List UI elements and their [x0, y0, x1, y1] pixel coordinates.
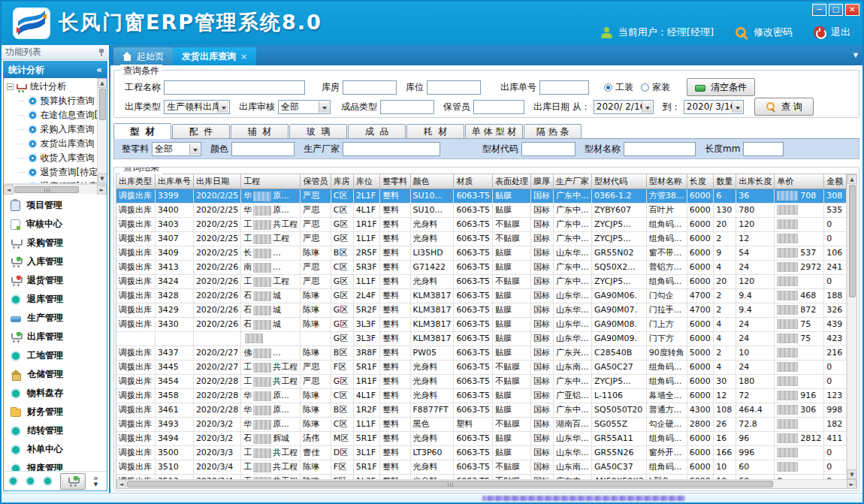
- location-input[interactable]: [427, 80, 481, 95]
- column-header[interactable]: 材质: [454, 174, 493, 189]
- tree-item[interactable]: ···在途信息查询[待: [7, 108, 97, 122]
- sidebar-item-物料盘存[interactable]: 物料盘存: [4, 384, 107, 403]
- table-row[interactable]: 调拨出库34072020/2/25工工程严思G区1L1F整料光身料6063-T5…: [116, 231, 847, 246]
- column-header[interactable]: 出库长度: [736, 174, 775, 189]
- sidebar-item-生产管理[interactable]: 生产管理: [4, 309, 107, 327]
- table-row[interactable]: 调拨出库35122020/3/4工共工程陈琳F区1L2F整料光身料6063-T5…: [116, 474, 847, 479]
- material-tab[interactable]: 玻 璃: [289, 124, 347, 138]
- logout-link[interactable]: 退出: [831, 26, 850, 39]
- table-row[interactable]: 调拨出库34092020/2/25长...陈琳B区2R5F整料LI35HD606…: [116, 246, 847, 260]
- sidebar-item-工地管理[interactable]: 工地管理: [4, 346, 107, 365]
- tree-vertical-scrollbar[interactable]: ▲ ▼: [97, 78, 107, 183]
- table-row[interactable]: 调拨出库34002020/2/25华原...严思C区4L1F整料SU10...6…: [116, 203, 847, 217]
- sidebar-item-入库管理[interactable]: 入库管理: [4, 252, 107, 271]
- project-name-input[interactable]: [164, 80, 305, 95]
- whole-select[interactable]: 全部: [152, 142, 201, 156]
- material-tab[interactable]: 成 品: [348, 124, 406, 138]
- scroll-thumb[interactable]: [99, 89, 106, 120]
- column-header[interactable]: 出库类型: [116, 174, 155, 189]
- scroll-right-icon[interactable]: ►: [97, 185, 107, 195]
- sidebar-item-出库管理[interactable]: 出库管理: [4, 327, 107, 346]
- sidebar-item-审核中心[interactable]: 审核中心: [4, 215, 107, 234]
- sidebar-item-补单中心[interactable]: 补单中心: [4, 440, 107, 459]
- cart-module-button[interactable]: [60, 473, 86, 490]
- stats-group-header[interactable]: 统计分析 «: [4, 62, 107, 78]
- column-header[interactable]: 保管员: [301, 174, 331, 189]
- material-tab[interactable]: 耗 材: [406, 124, 464, 138]
- warehouse-input[interactable]: [343, 80, 397, 95]
- column-header[interactable]: 颜色: [410, 174, 454, 189]
- column-header[interactable]: 型材代码: [592, 174, 647, 189]
- search-button[interactable]: 查 询: [754, 98, 814, 116]
- column-header[interactable]: 表面处理: [493, 174, 531, 189]
- scroll-thumb[interactable]: [14, 186, 79, 193]
- table-row[interactable]: 调拨出库34942020/3/2石辉城汤伟M区5R1F整料光身料6063-T5贴…: [116, 431, 847, 445]
- table-row[interactable]: 调拨出库34242020/2/26工工程严思G区1L1F整料光身料6063-T5…: [116, 274, 847, 288]
- table-row[interactable]: G区3L3F整料KLM38176063-T5贴膜国标山东华...GA90M09.…: [116, 331, 847, 346]
- table-row[interactable]: 调拨出库34582020/2/28华原...陈琳C区4L1F整料光身料6063-…: [116, 388, 847, 403]
- column-header[interactable]: 金额: [824, 174, 847, 189]
- table-row[interactable]: 调拨出库34032020/2/25工共工程严思G区1R1F整料光身料6063-T…: [116, 217, 847, 231]
- table-row[interactable]: 调拨出库34282020/2/26石城陈琳G区2L4F整料KLM38176063…: [116, 288, 847, 303]
- sidebar-item-退货管理[interactable]: 退货管理: [4, 271, 107, 290]
- tree-item[interactable]: ···发货出库查询: [7, 137, 97, 151]
- audit-select[interactable]: 全部: [278, 100, 331, 114]
- material-tab[interactable]: 单 体 型 材: [465, 124, 523, 138]
- collapse-icon[interactable]: «: [96, 65, 102, 75]
- scroll-left-icon[interactable]: ◄: [4, 185, 14, 195]
- tab-overflow-icon[interactable]: ▼: [853, 52, 858, 59]
- tab-close-icon[interactable]: ×: [240, 52, 247, 62]
- tree-item[interactable]: ···收货入库查询: [7, 151, 97, 165]
- tab-home[interactable]: 起始页: [113, 47, 173, 65]
- table-row[interactable]: 调拨出库34302020/2/26石城陈琳G区3L3F整料KLM38176063…: [116, 317, 847, 331]
- table-row[interactable]: 调拨出库34452020/2/27工共工程严思F区5R1F整料光身料6063-T…: [116, 360, 847, 374]
- sidebar-item-仓储管理[interactable]: 仓储管理: [4, 365, 107, 384]
- tree-horizontal-scrollbar[interactable]: ◄ ►: [4, 184, 107, 194]
- material-tab[interactable]: 型 材: [113, 123, 171, 139]
- table-row[interactable]: 调拨出库35002020/3/3工共工程曹佳D区3L1F整料LT3P606063…: [116, 445, 847, 460]
- module-dot-icon[interactable]: [8, 476, 18, 486]
- clear-conditions-button[interactable]: 清空条件: [687, 78, 755, 96]
- scroll-up-icon[interactable]: ▲: [847, 174, 857, 184]
- column-header[interactable]: 长度: [687, 174, 714, 189]
- date-from-select[interactable]: 2020/ 2/16: [594, 100, 654, 114]
- column-header[interactable]: 数量: [714, 174, 736, 189]
- column-header[interactable]: 出库单号: [155, 174, 193, 189]
- tree-item[interactable]: ···退库管理[待定]: [7, 180, 97, 183]
- table-row[interactable]: 调拨出库33992020/2/25华原...严思C区2L1F整料SU10...6…: [116, 189, 847, 203]
- column-header[interactable]: 膜厚: [531, 174, 554, 189]
- scroll-up-icon[interactable]: ▲: [98, 78, 107, 88]
- scroll-down-icon[interactable]: ▼: [98, 174, 107, 183]
- table-row[interactable]: 调拨出库34542020/2/28工共工程严思G区1R1F整料光身料6063-T…: [116, 374, 847, 388]
- close-button[interactable]: ✕: [845, 4, 859, 16]
- scroll-left-icon[interactable]: ◄: [116, 479, 126, 489]
- scroll-down-icon[interactable]: ▼: [847, 469, 857, 479]
- sidebar-item-财务管理[interactable]: 财务管理: [4, 403, 107, 421]
- date-to-select[interactable]: 2020/ 3/16: [684, 100, 744, 114]
- table-horizontal-scrollbar[interactable]: ◄ ►: [116, 479, 857, 489]
- column-header[interactable]: 工程: [241, 174, 301, 189]
- maker-input[interactable]: [343, 142, 440, 156]
- minimize-button[interactable]: ─: [812, 4, 826, 16]
- keeper-input[interactable]: [473, 100, 524, 114]
- column-header[interactable]: 出库日期: [193, 174, 240, 189]
- material-tab[interactable]: 辅 材: [231, 124, 289, 138]
- scroll-thumb[interactable]: [127, 481, 773, 487]
- sidebar-item-报废管理[interactable]: 报废管理: [4, 459, 107, 471]
- maximize-button[interactable]: □: [829, 4, 843, 16]
- sidebar-item-结转管理[interactable]: 结转管理: [4, 421, 107, 440]
- material-tab[interactable]: 配 件: [172, 124, 230, 138]
- change-password-link[interactable]: 修改密码: [754, 26, 793, 39]
- tree-root[interactable]: 统计分析: [7, 80, 97, 94]
- column-header[interactable]: 整零料: [380, 174, 410, 189]
- more-modules-button[interactable]: »▼: [93, 475, 98, 487]
- table-row[interactable]: 调拨出库34612020/2/28华原...陈琳B区1R2F整料F8877FT6…: [116, 403, 847, 417]
- sidebar-item-采购管理[interactable]: 采购管理: [4, 234, 107, 252]
- length-input[interactable]: [743, 142, 784, 156]
- table-row[interactable]: 调拨出库35102020/3/4工共工程陈琳F区5R1F整料光身料6063-T5…: [116, 460, 847, 474]
- tree-item[interactable]: ···采购入库查询: [7, 122, 97, 137]
- table-row[interactable]: 调拨出库34932020/3/2华原...陈琳C区1L1F整料黑色塑料不贴膜国标…: [116, 417, 847, 431]
- column-header[interactable]: 库房: [331, 174, 353, 189]
- expander-icon[interactable]: [7, 83, 14, 90]
- module-dot-icon[interactable]: [43, 476, 53, 486]
